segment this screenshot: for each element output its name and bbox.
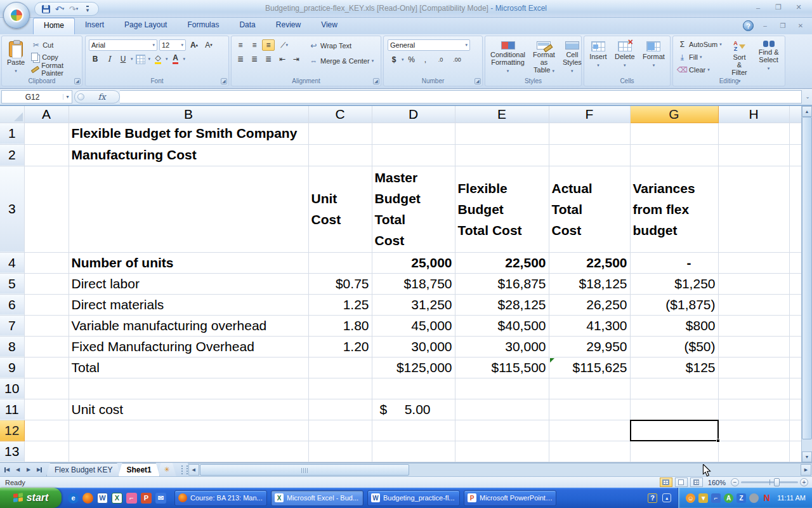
cell[interactable]	[308, 441, 372, 462]
cell-a3[interactable]	[24, 166, 69, 252]
cell[interactable]	[789, 315, 801, 336]
tab-formulas[interactable]: Formulas	[177, 18, 229, 34]
cell[interactable]	[718, 252, 789, 273]
scroll-up-button[interactable]: ▲	[802, 106, 812, 117]
restore-button[interactable]: ❐	[770, 3, 787, 12]
cell-d3[interactable]: MasterBudget TotalCost	[372, 166, 455, 252]
cell-c4[interactable]	[308, 252, 372, 273]
formula-input[interactable]	[120, 90, 802, 104]
cell[interactable]	[24, 378, 69, 399]
cell-g6[interactable]: ($1,875)	[630, 294, 718, 315]
cell-f6[interactable]: 26,250	[549, 294, 630, 315]
clear-button[interactable]: ⌫ Clear ▾	[675, 64, 724, 76]
cell-f8[interactable]: 29,950	[549, 336, 630, 357]
cell[interactable]	[789, 357, 801, 378]
messenger-tray-icon[interactable]: ☺	[686, 493, 695, 503]
last-sheet-button[interactable]: ▶	[34, 465, 44, 475]
fill-handle[interactable]	[716, 439, 720, 443]
cell-f7[interactable]: 41,300	[549, 315, 630, 336]
tab-split-handle[interactable]	[181, 465, 188, 474]
cell-d5[interactable]: $18,750	[372, 273, 455, 294]
scroll-left-button[interactable]: ◀	[188, 464, 199, 476]
tab-home[interactable]: Home	[33, 18, 75, 34]
col-header-h[interactable]: H	[718, 106, 789, 123]
col-header-f[interactable]: F	[549, 106, 630, 123]
close-button[interactable]: ✕	[790, 3, 807, 12]
decrease-decimal-button[interactable]: .00	[450, 54, 465, 65]
insert-worksheet-button[interactable]: ✳	[157, 463, 176, 476]
top-align-button[interactable]: ≡	[234, 39, 247, 51]
align-right-button[interactable]: ≣	[262, 53, 275, 65]
cell[interactable]	[455, 378, 549, 399]
cell-g3[interactable]: Variancesfrom flexbudget	[630, 166, 718, 252]
cell-g4[interactable]: -	[630, 252, 718, 273]
vertical-scrollbar[interactable]: ▲ ▼	[801, 106, 812, 462]
cell[interactable]	[718, 399, 789, 420]
cell[interactable]	[789, 294, 801, 315]
comma-style-button[interactable]: ,	[419, 54, 432, 65]
cell[interactable]	[372, 378, 455, 399]
cell-a9[interactable]	[24, 357, 69, 378]
delete-cells-button[interactable]: Delete▾	[611, 39, 639, 76]
cell-g12-selected[interactable]	[630, 420, 718, 441]
cell[interactable]	[308, 144, 372, 166]
row-header-9[interactable]: 9	[0, 357, 24, 378]
row-header-8[interactable]: 8	[0, 336, 24, 357]
cell-d11[interactable]: $ 5.00	[372, 399, 455, 420]
cell-a1[interactable]	[24, 123, 69, 144]
cell-c11[interactable]	[308, 399, 372, 420]
cell-c8[interactable]: 1.20	[308, 336, 372, 357]
grow-font-button[interactable]: A▴	[188, 39, 200, 51]
vertical-scroll-thumb[interactable]	[802, 117, 812, 439]
wrap-text-button[interactable]: ↩ Wrap Text	[306, 39, 376, 52]
insert-function-button[interactable]: fx	[74, 90, 120, 104]
cell-e8[interactable]: 30,000	[455, 336, 549, 357]
cell-a11[interactable]	[24, 399, 69, 420]
minimize-button[interactable]: –	[750, 3, 766, 12]
cell-f5[interactable]: $18,125	[549, 273, 630, 294]
cell-b7[interactable]: Variable manufacturing overhead	[69, 315, 308, 336]
novell-tray-icon[interactable]: N	[762, 493, 771, 503]
cell[interactable]	[789, 378, 801, 399]
show-hidden-icons-button[interactable]: ▴	[662, 493, 671, 502]
cell-styles-button[interactable]: CellStyles ▾	[559, 39, 586, 76]
first-sheet-button[interactable]: ◀	[2, 465, 12, 475]
accounting-format-button[interactable]: $	[388, 54, 400, 65]
cell[interactable]	[718, 166, 789, 252]
cell-b3[interactable]	[69, 166, 308, 252]
increase-decimal-button[interactable]: .0	[433, 54, 449, 65]
cell-a8[interactable]	[24, 336, 69, 357]
row-header-2[interactable]: 2	[0, 144, 24, 166]
font-size-combo[interactable]: 12 ▾	[159, 39, 186, 51]
mouse-tray-icon[interactable]	[749, 493, 759, 503]
workbook-close-button[interactable]: ✕	[794, 22, 807, 30]
cell[interactable]	[718, 123, 789, 144]
shield-tray-icon[interactable]: ▼	[698, 493, 708, 503]
cell-b4[interactable]: Number of units	[69, 252, 308, 273]
cell-b11[interactable]: Unit cost	[69, 399, 308, 420]
middle-align-button[interactable]: ≡	[248, 39, 261, 51]
start-button[interactable]: start	[0, 488, 62, 508]
insert-cells-button[interactable]: Insert▾	[586, 39, 611, 76]
cell[interactable]	[718, 315, 789, 336]
cell[interactable]	[372, 420, 455, 441]
col-header-g[interactable]: G	[630, 106, 718, 123]
workbook-minimize-button[interactable]: –	[759, 22, 771, 30]
cell[interactable]	[789, 336, 801, 357]
col-header-b[interactable]: B	[69, 106, 308, 123]
cell[interactable]	[789, 252, 801, 273]
row-header-5[interactable]: 5	[0, 273, 24, 294]
italic-button[interactable]: I	[103, 53, 115, 65]
zoom-out-button[interactable]: −	[731, 478, 739, 486]
horizontal-scroll-thumb[interactable]	[200, 464, 409, 476]
help-tray-icon[interactable]: ?	[648, 493, 657, 503]
internet-explorer-icon[interactable]: e	[68, 493, 79, 504]
cell[interactable]	[69, 441, 308, 462]
cell-a6[interactable]	[24, 294, 69, 315]
zoom-track[interactable]	[741, 481, 798, 483]
cell[interactable]	[455, 399, 549, 420]
increase-indent-button[interactable]: ⇥	[290, 53, 303, 65]
scroll-right-button[interactable]: ▶	[801, 464, 811, 476]
row-header-12[interactable]: 12	[0, 420, 24, 441]
cell[interactable]	[308, 420, 372, 441]
